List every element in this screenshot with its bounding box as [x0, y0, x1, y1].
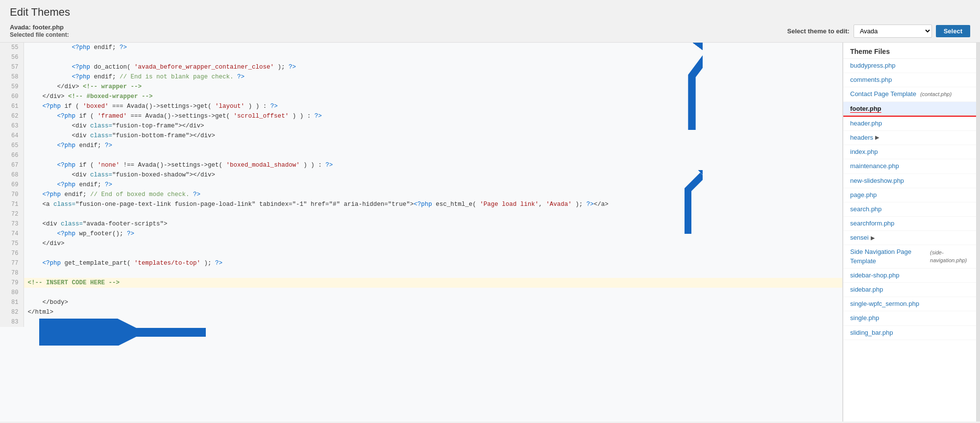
- line-content: <?php do_action( 'avada_before_wrapper_c…: [24, 62, 842, 72]
- line-number: 68: [0, 170, 24, 180]
- table-row: 61 <?php if ( 'boxed' === Avada()->setti…: [0, 101, 842, 111]
- sidebar-item-contact[interactable]: Contact Page Template(contact.php): [843, 87, 980, 101]
- line-content: <div class="avada-footer-scripts">: [24, 219, 842, 229]
- line-content: <?php wp_footer(); ?>: [24, 229, 842, 239]
- table-row: 67 <?php if ( 'none' !== Avada()->settin…: [0, 160, 842, 170]
- table-row: 58 <?php endif; // End is not blank page…: [0, 72, 842, 82]
- sidebar-item-label: sliding_bar.php: [850, 328, 893, 337]
- sidebar-item-sub: (contact.php): [920, 91, 952, 98]
- code-table: 55 <?php endif; ?>5657 <?php do_action( …: [0, 43, 842, 327]
- table-row: 75 </div>: [0, 239, 842, 249]
- line-number: 76: [0, 249, 24, 258]
- table-row: 80: [0, 288, 842, 298]
- line-number: 57: [0, 62, 24, 72]
- sidebar-item-maintenance[interactable]: maintenance.php: [843, 159, 980, 174]
- line-number: 62: [0, 111, 24, 121]
- sidebar-item-index[interactable]: index.php: [843, 145, 980, 159]
- line-content: [24, 52, 842, 62]
- line-number: 83: [0, 317, 24, 327]
- sidebar-item-headers[interactable]: headers ▶: [843, 131, 980, 145]
- page-header: Edit Themes Avada: footer.php Selected f…: [0, 0, 980, 43]
- line-number: 77: [0, 258, 24, 268]
- line-content: <?php endif; // End of boxed mode check.…: [24, 190, 842, 199]
- table-row: 81 </body>: [0, 298, 842, 307]
- sidebar-item-comments[interactable]: comments.php: [843, 73, 980, 87]
- table-row: 83: [0, 317, 842, 327]
- table-row: 60 </div> <!-- #boxed-wrapper -->: [0, 92, 842, 101]
- table-row: 70 <?php endif; // End of boxed mode che…: [0, 190, 842, 199]
- sidebar-item-buddypress[interactable]: buddypress.php: [843, 59, 980, 73]
- line-content: [24, 209, 842, 219]
- sidebar-item-searchform[interactable]: searchform.php: [843, 217, 980, 231]
- sidebar-item-sliding-bar[interactable]: sliding_bar.php: [843, 326, 980, 340]
- sidebar-item-header[interactable]: header.php: [843, 117, 980, 131]
- sidebar-item-single[interactable]: single.php: [843, 311, 980, 325]
- sidebar-item-sub: (side-navigation.php): [930, 249, 973, 264]
- line-content: <div class="fusion-boxed-shadow"></div>: [24, 170, 842, 180]
- line-number: 64: [0, 131, 24, 141]
- sidebar-item-side-nav[interactable]: Side Navigation Page Template(side-navig…: [843, 245, 980, 268]
- line-number: 65: [0, 141, 24, 150]
- theme-select-row: Select theme to edit: Avada Twenty Twent…: [787, 25, 970, 38]
- line-number: 55: [0, 43, 24, 52]
- sidebar-item-search[interactable]: search.php: [843, 202, 980, 217]
- line-number: 73: [0, 219, 24, 229]
- code-editor[interactable]: 55 <?php endif; ?>5657 <?php do_action( …: [0, 43, 843, 422]
- sidebar-item-sidebar-shop[interactable]: sidebar-shop.php: [843, 269, 980, 283]
- table-row: 69 <?php endif; ?>: [0, 180, 842, 190]
- sidebar-item-label: sidebar-shop.php: [850, 271, 899, 280]
- theme-select-dropdown[interactable]: Avada Twenty Twenty Storefront: [854, 25, 932, 38]
- chevron-right-icon: ▶: [875, 134, 879, 141]
- sidebar-item-sidebar[interactable]: sidebar.php: [843, 283, 980, 297]
- table-row: 71 <a class="fusion-one-page-text-link f…: [0, 199, 842, 209]
- sidebar-item-sensei[interactable]: sensei ▶: [843, 231, 980, 245]
- table-row: 64 <div class="fusion-bottom-frame"></di…: [0, 131, 842, 141]
- line-content: [24, 317, 842, 327]
- line-content: </div> <!-- wrapper -->: [24, 82, 842, 92]
- line-number: 74: [0, 229, 24, 239]
- sidebar-item-footer[interactable]: footer.php: [843, 102, 980, 117]
- line-content: <?php if ( 'framed' === Avada()->setting…: [24, 111, 842, 121]
- sidebar-title: Theme Files: [843, 43, 980, 59]
- main-layout: 55 <?php endif; ?>5657 <?php do_action( …: [0, 43, 980, 422]
- chevron-right-icon: ▶: [871, 234, 875, 242]
- table-row: 78: [0, 268, 842, 278]
- line-content: <?php if ( 'none' !== Avada()->settings-…: [24, 160, 842, 170]
- line-number: 72: [0, 209, 24, 219]
- sidebar-item-label: single-wpfc_sermon.php: [850, 299, 919, 308]
- table-row: 72: [0, 209, 842, 219]
- line-content: [24, 150, 842, 160]
- sidebar-item-label: Contact Page Template: [850, 90, 916, 99]
- sidebar-item-label: sidebar.php: [850, 285, 883, 294]
- line-number: 63: [0, 121, 24, 131]
- line-content: <?php if ( 'boxed' === Avada()->settings…: [24, 101, 842, 111]
- table-row: 66: [0, 150, 842, 160]
- sidebar-item-label: sensei: [850, 233, 869, 242]
- line-number: 71: [0, 199, 24, 209]
- sidebar-item-label: comments.php: [850, 75, 892, 84]
- table-row: 62 <?php if ( 'framed' === Avada()->sett…: [0, 111, 842, 121]
- table-row: 55 <?php endif; ?>: [0, 43, 842, 52]
- line-number: 67: [0, 160, 24, 170]
- sidebar-item-page[interactable]: page.php: [843, 188, 980, 202]
- sidebar-item-label: Side Navigation Page Template: [850, 248, 926, 265]
- line-content: </body>: [24, 298, 842, 307]
- sidebar-item-new-slideshow[interactable]: new-slideshow.php: [843, 174, 980, 188]
- page-title: Edit Themes: [10, 6, 970, 19]
- table-row: 68 <div class="fusion-boxed-shadow"></di…: [0, 170, 842, 180]
- table-row: 63 <div class="fusion-top-frame"></div>: [0, 121, 842, 131]
- line-number: 79: [0, 278, 24, 288]
- sidebar-item-single-wpfc[interactable]: single-wpfc_sermon.php: [843, 297, 980, 311]
- table-row: 79<!-- INSERT CODE HERE -->: [0, 278, 842, 288]
- line-content: </div> <!-- #boxed-wrapper -->: [24, 92, 842, 101]
- line-content: <?php get_template_part( 'templates/to-t…: [24, 258, 842, 268]
- line-content: <?php endif; // End is not blank page ch…: [24, 72, 842, 82]
- line-number: 69: [0, 180, 24, 190]
- line-content: [24, 288, 842, 298]
- scrollbar[interactable]: [976, 43, 980, 422]
- line-number: 60: [0, 92, 24, 101]
- line-number: 82: [0, 307, 24, 317]
- table-row: 77 <?php get_template_part( 'templates/t…: [0, 258, 842, 268]
- line-number: 58: [0, 72, 24, 82]
- select-button[interactable]: Select: [936, 25, 970, 37]
